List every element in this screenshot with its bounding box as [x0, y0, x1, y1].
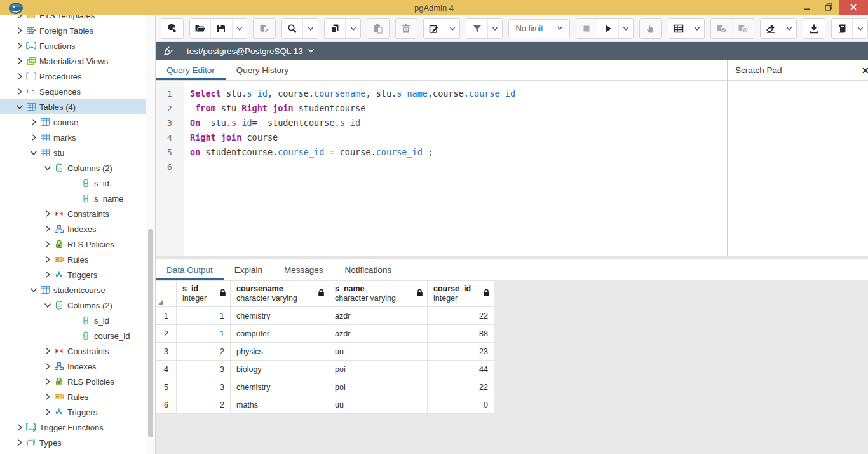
- grid-cell[interactable]: chemistry: [231, 378, 329, 396]
- chevron-right-icon[interactable]: [42, 256, 53, 263]
- tree-item-rls-policies[interactable]: RLS Policies: [0, 374, 156, 389]
- tree-item-trigger-functions[interactable]: {…}Trigger Functions: [0, 420, 156, 435]
- chevron-right-icon[interactable]: [14, 15, 25, 19]
- close-icon[interactable]: ✕: [858, 65, 868, 76]
- sql-code[interactable]: Select stu.s_id, course.coursename, stu.…: [184, 81, 727, 256]
- tree-item-tables-4[interactable]: Tables (4): [0, 99, 156, 114]
- tab-messages[interactable]: Messages: [273, 259, 334, 280]
- row-number[interactable]: 2: [156, 325, 177, 343]
- chevron-right-icon[interactable]: [42, 240, 53, 248]
- chevron-down-icon[interactable]: [28, 149, 39, 156]
- chevron-right-icon[interactable]: [14, 439, 25, 446]
- open-file-button[interactable]: [190, 19, 212, 38]
- tree-item-s-name[interactable]: s_name: [0, 191, 156, 206]
- grid-cell[interactable]: uu: [329, 343, 428, 361]
- caret-down-button[interactable]: [346, 19, 360, 38]
- tab-notifications[interactable]: Notifications: [334, 259, 403, 280]
- chevron-right-icon[interactable]: [14, 42, 25, 50]
- row-limit-select[interactable]: No limit: [508, 19, 569, 38]
- tree-item-fts-templates[interactable]: FTS Templates: [0, 15, 156, 23]
- row-number[interactable]: 3: [156, 343, 177, 361]
- grid-cell[interactable]: 88: [428, 325, 494, 343]
- download-button[interactable]: [803, 19, 825, 38]
- minimize-button[interactable]: [797, 0, 818, 15]
- tree-item-rules[interactable]: Rules: [0, 252, 156, 267]
- tree-item-course-id[interactable]: course_id: [0, 328, 156, 343]
- row-number[interactable]: 4: [156, 361, 177, 378]
- caret-down-button[interactable]: [853, 19, 867, 38]
- scratch-pad-input[interactable]: [728, 81, 868, 256]
- caret-down-button[interactable]: [782, 19, 797, 38]
- column-header-coursename[interactable]: coursenamecharacter varying: [231, 281, 329, 307]
- tree-item-studentcourse[interactable]: studentcourse: [0, 282, 156, 298]
- tab-explain[interactable]: Explain: [224, 259, 273, 280]
- copy-button[interactable]: [325, 19, 346, 38]
- grid-cell[interactable]: poi: [329, 361, 428, 378]
- connection-selector[interactable]: test/postgres@PostgreSQL 13: [187, 46, 315, 56]
- chevron-right-icon[interactable]: [14, 72, 25, 80]
- chevron-right-icon[interactable]: [14, 423, 25, 431]
- tree-item-indexes[interactable]: Indexes: [0, 359, 156, 374]
- close-button[interactable]: [839, 0, 868, 15]
- grid-cell[interactable]: poi: [329, 378, 428, 396]
- row-number[interactable]: 5: [156, 378, 177, 396]
- chevron-down-icon[interactable]: [42, 164, 53, 172]
- query-tool-button[interactable]: [161, 19, 183, 38]
- chevron-down-icon[interactable]: [14, 103, 25, 111]
- tree-item-types[interactable]: Types: [0, 435, 156, 450]
- tree-item-indexes[interactable]: Indexes: [0, 221, 156, 237]
- chevron-right-icon[interactable]: [14, 57, 25, 65]
- tab-data-output[interactable]: Data Output: [156, 259, 224, 280]
- chevron-right-icon[interactable]: [14, 88, 25, 95]
- grid-cell[interactable]: 22: [428, 378, 494, 396]
- grid-cell[interactable]: 1: [177, 307, 231, 325]
- grid-cell[interactable]: azdr: [329, 325, 428, 343]
- chevron-right-icon[interactable]: [14, 27, 25, 34]
- tree-item-columns-2[interactable]: Columns (2): [0, 298, 156, 313]
- grid-cell[interactable]: uu: [329, 396, 428, 414]
- sql-editor[interactable]: 123456 Select stu.s_id, course.coursenam…: [156, 81, 727, 256]
- tree-item-rules[interactable]: Rules: [0, 389, 156, 404]
- tree-item-triggers[interactable]: Triggers: [0, 404, 156, 420]
- tree-item-rls-policies[interactable]: RLS Policies: [0, 237, 156, 252]
- macro-button[interactable]: [832, 19, 853, 38]
- grid-cell[interactable]: 23: [428, 343, 494, 361]
- tree-item-procedures[interactable]: { }Procedures: [0, 69, 156, 84]
- tree-item-triggers[interactable]: Triggers: [0, 267, 156, 282]
- tree-item-course[interactable]: course: [0, 114, 156, 130]
- grid-cell[interactable]: 44: [428, 361, 494, 378]
- tree-item-columns-2[interactable]: Columns (2): [0, 160, 156, 175]
- row-number[interactable]: 6: [156, 396, 177, 414]
- tree-item-materialized-views[interactable]: Materialized Views: [0, 53, 156, 69]
- tab-query-history[interactable]: Query History: [226, 60, 300, 80]
- grid-cell[interactable]: 1: [177, 325, 231, 343]
- find-button[interactable]: [282, 19, 304, 38]
- grid-cell[interactable]: 22: [428, 307, 494, 325]
- chevron-right-icon[interactable]: [42, 362, 53, 370]
- chevron-right-icon[interactable]: [42, 210, 53, 217]
- tree-item-s-id[interactable]: s_id: [0, 313, 156, 328]
- tree-item-marks[interactable]: marks: [0, 130, 156, 145]
- caret-down-button[interactable]: [689, 19, 704, 38]
- chevron-right-icon[interactable]: [28, 118, 39, 126]
- chevron-right-icon[interactable]: [42, 347, 53, 355]
- chevron-down-icon[interactable]: [28, 286, 39, 294]
- play-button[interactable]: [597, 19, 619, 38]
- caret-down-button[interactable]: [619, 19, 634, 38]
- tab-query-editor[interactable]: Query Editor: [156, 60, 226, 80]
- select-all-corner[interactable]: ◢: [156, 281, 177, 307]
- sidebar-scrollbar[interactable]: [146, 15, 155, 454]
- caret-down-button[interactable]: [303, 19, 318, 38]
- scrollbar-thumb[interactable]: [148, 229, 153, 437]
- chevron-right-icon[interactable]: [42, 378, 53, 385]
- save-button[interactable]: [211, 19, 233, 38]
- chevron-right-icon[interactable]: [42, 393, 53, 401]
- caret-down-button[interactable]: [488, 19, 503, 38]
- grid-cell[interactable]: 3: [177, 378, 231, 396]
- chevron-right-icon[interactable]: [28, 134, 39, 141]
- chevron-down-icon[interactable]: [42, 301, 53, 309]
- caret-down-button[interactable]: [233, 19, 247, 38]
- caret-down-button[interactable]: [445, 19, 460, 38]
- clear-button[interactable]: [761, 19, 782, 38]
- grid-cell[interactable]: 2: [177, 396, 231, 414]
